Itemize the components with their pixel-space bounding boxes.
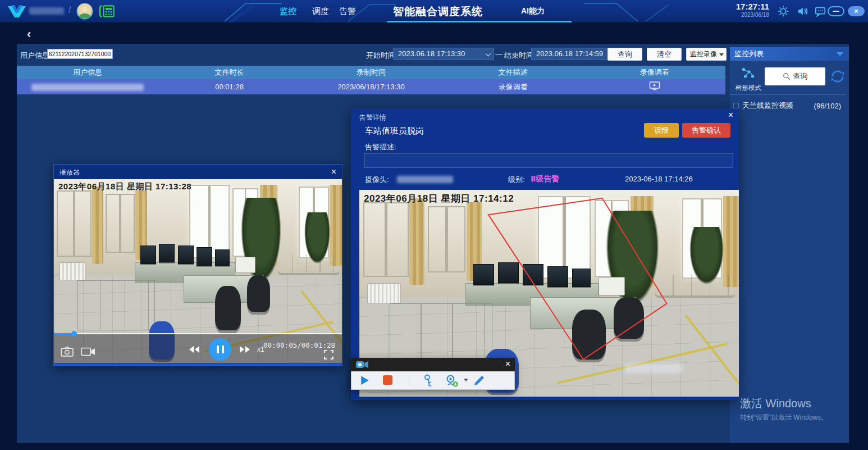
tab-ai-capability[interactable]: AI能力 (521, 6, 545, 16)
alarm-meta-row: 摄像头: 级别: Ⅱ级告警 2023-06-18 17:14:26 (351, 175, 739, 186)
redacted-user-info (31, 84, 144, 91)
recorder-controls (351, 371, 515, 390)
recorder-close-button[interactable]: × (505, 360, 510, 369)
pause-button[interactable] (209, 338, 231, 361)
plant (304, 212, 330, 264)
speaker-icon[interactable] (796, 5, 808, 17)
tree-mode-icon (741, 66, 756, 80)
query-button[interactable]: 查询 (607, 48, 642, 61)
record-type-value: 监控录像 (690, 50, 717, 58)
office-chair (215, 286, 241, 330)
refresh-icon[interactable] (830, 69, 846, 84)
playback-monitor-icon[interactable] (649, 81, 660, 91)
start-time-value: 2023.06.18 17:13:30 (398, 49, 465, 58)
alarm-desc-label: 告警描述: (365, 142, 396, 152)
record-type-select[interactable]: 监控录像 (686, 48, 727, 61)
tab-monitoring[interactable]: 监控 (280, 6, 296, 17)
app-title: 智能融合调度系统 (354, 4, 522, 19)
tab-dispatch[interactable]: 调度 (312, 6, 329, 17)
player-controls: x1 00:00:05/00:01:28 (54, 333, 342, 363)
cell-user-info (17, 83, 158, 91)
col-user-info: 用户信息 (17, 67, 158, 78)
tree-checkbox[interactable] (733, 103, 739, 108)
cell-playback (584, 81, 725, 93)
video-timestamp-osd: 2023年06月18日 星期日 17:13:28 (58, 181, 191, 192)
sidebar-query-button[interactable]: 查询 (765, 67, 825, 85)
close-window-button[interactable]: × (848, 6, 865, 16)
collapse-caret-icon (837, 52, 843, 56)
alarm-desc-input[interactable] (364, 153, 733, 167)
level-label: 级别: (508, 175, 525, 185)
tree-mode-button[interactable]: 树形模式 (733, 66, 764, 92)
monitor (215, 249, 230, 266)
time-range-dash: — (495, 50, 502, 58)
progress-knob[interactable] (71, 331, 77, 337)
window (57, 190, 92, 257)
alarm-confirm-button[interactable]: 告警确认 (682, 123, 730, 138)
printer (235, 257, 255, 274)
video-timestamp-osd: 2023年06月18日 星期日 17:14:12 (364, 192, 514, 205)
player-title: 播放器 (60, 168, 80, 178)
fullscreen-icon[interactable] (323, 349, 334, 360)
start-time-field[interactable]: 2023.06.18 17:13:30 (393, 48, 494, 60)
end-time-value: 2023.06.18 17:14:59 (536, 49, 603, 58)
tree-item-label: 天兰线监控视频 (742, 101, 814, 111)
logo-divider: / (68, 4, 71, 16)
redacted-overlay (625, 363, 682, 373)
monitor-list-header[interactable]: 监控列表 (730, 47, 849, 61)
fast-forward-icon[interactable] (239, 346, 250, 353)
misreport-button[interactable]: 误报 (644, 123, 679, 138)
player-video: 2023年06月18日 星期日 17:13:28 (54, 179, 342, 363)
clock-time: 17:27:11 (736, 2, 769, 12)
recorder-titlebar: × (351, 358, 515, 371)
minimize-button[interactable] (828, 6, 844, 16)
alarm-popup-title: 告警详情 (359, 113, 386, 122)
settings-gear-icon[interactable] (777, 5, 789, 17)
cell-record-time: 2023/06/18/17:13:30 (300, 83, 442, 91)
tree-item-video-group[interactable]: 天兰线监控视频 (96/102) (730, 99, 846, 112)
col-duration: 文件时长 (158, 67, 300, 78)
tree-item-count: (96/102) (814, 102, 841, 110)
recorder-toolbar: × (351, 358, 515, 390)
rewind-icon[interactable] (189, 346, 200, 353)
message-icon[interactable] (814, 5, 826, 17)
alarm-level-badge: Ⅱ级告警 (531, 174, 559, 184)
user-info-label: 用户信息 (20, 51, 49, 61)
player-close-button[interactable]: × (331, 167, 336, 176)
radiator (60, 262, 85, 281)
monitor (197, 247, 212, 266)
edit-pencil-icon[interactable] (473, 374, 486, 387)
sidebar-divider (730, 94, 846, 95)
snapshot-icon[interactable] (61, 346, 74, 357)
add-camera-icon[interactable] (445, 374, 459, 388)
col-playback: 录像调看 (584, 67, 725, 78)
col-description: 文件描述 (442, 67, 583, 78)
alarm-close-button[interactable]: × (728, 111, 733, 120)
clock-date: 2023/06/18 (736, 12, 769, 18)
alarm-detail-popup: 告警详情 × 车站值班员脱岗 误报 告警确认 告警描述: 摄像头: 级别: Ⅱ级… (351, 108, 739, 400)
caret-down-icon (719, 53, 724, 56)
record-video-icon[interactable] (81, 347, 95, 357)
key-icon[interactable] (423, 374, 435, 388)
curtain (330, 185, 342, 266)
play-icon[interactable] (360, 375, 369, 385)
curtain (92, 187, 104, 264)
user-icon (77, 3, 93, 19)
tree-mode-label: 树形模式 (733, 84, 764, 92)
webcam-recorder-icon (355, 360, 369, 370)
alarm-timestamp: 2023-06-18 17:14:26 (625, 175, 693, 183)
monitor-list-title: 监控列表 (734, 49, 764, 58)
app-window: / 监控 调度 告警 智能融合调度系统 AI能力 17:27:11 2023/0… (0, 0, 868, 450)
user-info-input[interactable] (47, 49, 113, 59)
table-row[interactable]: 00:01:28 2023/06/18/17:13:30 录像调看 (17, 79, 725, 94)
brand-logo-icon (7, 4, 27, 19)
stop-icon[interactable] (383, 375, 392, 385)
avatar[interactable] (76, 3, 93, 20)
office-chair (247, 275, 270, 312)
back-button[interactable]: ‹ (27, 28, 31, 40)
col-record-time: 录制时间 (300, 67, 442, 78)
caret-down-icon[interactable] (464, 379, 468, 381)
progress-bar[interactable] (54, 333, 342, 334)
clear-button[interactable]: 清空 (647, 48, 682, 61)
dial-pad-icon[interactable] (99, 4, 117, 19)
